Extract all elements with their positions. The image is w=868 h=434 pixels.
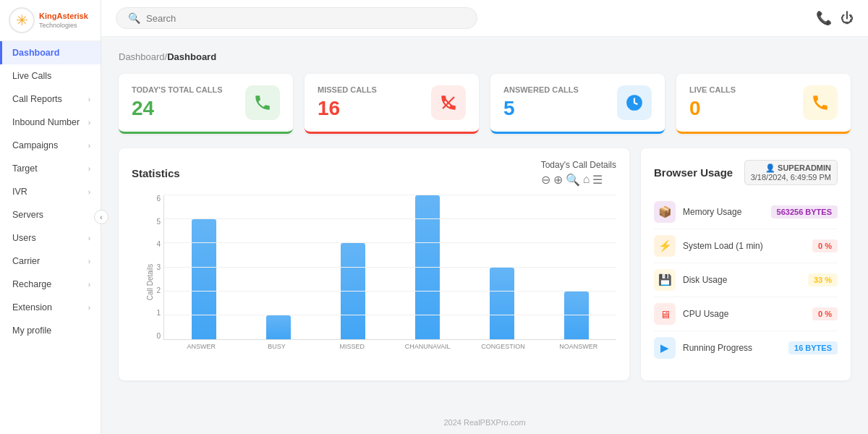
sidebar-item-servers[interactable]: Servers: [0, 203, 101, 226]
sidebar-item-ivr[interactable]: IVR›: [0, 180, 101, 203]
sidebar-arrow-icon: ›: [88, 234, 90, 242]
sidebar: ✳ KingAsterisk Technologies DashboardLiv…: [0, 0, 101, 434]
bar-group-chanunavail: [390, 195, 464, 339]
usage-icon-running: ▶: [654, 337, 676, 359]
superadmin-badge: 👤 SUPERADMIN 3/18/2024, 6:49:59 PM: [744, 160, 838, 185]
usage-left-cpu: 🖥 CPU Usage: [654, 303, 728, 325]
usage-label-system-load: System Load (1 min): [683, 241, 763, 251]
stat-card-answered-calls: ANSWERED CALLS 5: [490, 74, 665, 134]
inner-flex: 0123456ANSWERBUSYMISSEDCHANUNAVAILCONGES…: [152, 195, 616, 350]
usage-value-memory: 563256 BYTES: [771, 205, 838, 218]
sidebar-item-label: Carrier: [12, 256, 40, 266]
search-icon: 🔍: [128, 12, 140, 24]
phone-icon[interactable]: 📞: [816, 10, 832, 26]
sidebar-arrow-icon: ›: [88, 258, 90, 265]
usage-left-system-load: ⚡ System Load (1 min): [654, 235, 763, 257]
x-label-missed: MISSED: [315, 343, 390, 350]
statistics-header: Statistics Today's Call Details ⊖ ⊕ 🔍 ⌂ …: [132, 160, 616, 187]
stat-card-live-calls: LIVE CALLS 0: [676, 74, 851, 134]
y-tick: 4: [152, 241, 161, 248]
sidebar-nav: DashboardLive CallsCall Reports›Inbound …: [0, 41, 101, 342]
stat-label-live-calls: LIVE CALLS: [689, 85, 736, 94]
sidebar-item-label: IVR: [12, 187, 27, 197]
usage-value-system-load: 0 %: [812, 239, 838, 252]
search-input[interactable]: [146, 13, 465, 24]
usage-icon-system-load: ⚡: [654, 235, 676, 257]
bar-busy: [266, 315, 291, 339]
y-tick: 6: [152, 195, 161, 203]
y-tick: 1: [152, 310, 161, 317]
y-axis-label: Call Details: [146, 264, 154, 301]
sidebar-item-label: Extension: [12, 302, 52, 312]
usage-value-disk: 33 %: [808, 273, 838, 286]
chart-icon-zoom-in[interactable]: ⊕: [553, 173, 563, 187]
sidebar-item-live-calls[interactable]: Live Calls: [0, 64, 101, 88]
sidebar-item-label: Call Reports: [12, 94, 62, 104]
sidebar-item-inbound-number[interactable]: Inbound Number›: [0, 111, 101, 134]
x-label-chanunavail: CHANUNAVAIL: [390, 343, 465, 350]
bar-chanunavail: [415, 195, 440, 339]
chart-icon-menu[interactable]: ☰: [592, 173, 603, 187]
bars-row: [163, 195, 616, 340]
sidebar-arrow-icon: ›: [88, 281, 90, 289]
browser-header: Browser Usage 👤 SUPERADMIN 3/18/2024, 6:…: [654, 160, 838, 185]
stat-value-live-calls: 0: [689, 97, 736, 120]
search-bar[interactable]: 🔍: [116, 7, 477, 29]
stat-info-live-calls: LIVE CALLS 0: [689, 85, 736, 120]
sidebar-item-label: Campaigns: [12, 140, 58, 150]
sidebar-item-carrier[interactable]: Carrier›: [0, 250, 101, 273]
header-actions: 📞 ⏻: [816, 10, 854, 26]
bottom-panels: Statistics Today's Call Details ⊖ ⊕ 🔍 ⌂ …: [119, 148, 851, 380]
sidebar-item-users[interactable]: Users›: [0, 226, 101, 250]
sidebar-item-label: Live Calls: [12, 71, 51, 81]
x-label-answer: ANSWER: [163, 343, 239, 350]
main-content: 🔍 📞 ⏻ Dashboard/Dashboard TODAY'S TOTAL …: [101, 0, 868, 434]
usage-label-running: Running Progress: [683, 343, 752, 353]
usage-value-cpu: 0 %: [812, 307, 838, 320]
usage-row-cpu: 🖥 CPU Usage 0 %: [654, 297, 838, 331]
sidebar-arrow-icon: ›: [88, 142, 90, 150]
logo-icon: ✳: [9, 7, 35, 33]
breadcrumb: Dashboard/Dashboard: [119, 51, 851, 62]
stat-icon-total-calls: [245, 85, 280, 120]
sidebar-item-call-reports[interactable]: Call Reports›: [0, 88, 101, 111]
stat-info-total-calls: TODAY'S TOTAL CALLS 24: [132, 85, 222, 120]
sidebar-item-label: My profile: [12, 326, 51, 336]
chart-icon-home[interactable]: ⌂: [583, 173, 590, 187]
x-label-noanswer: NOANSWER: [541, 343, 616, 350]
sidebar-item-label: Users: [12, 233, 36, 243]
sidebar-item-extension[interactable]: Extension›: [0, 296, 101, 319]
chart-container: Call Details0123456ANSWERBUSYMISSEDCHANU…: [132, 195, 616, 369]
usage-row-running: ▶ Running Progress 16 BYTES: [654, 331, 838, 365]
sidebar-item-my-profile[interactable]: My profile: [0, 319, 101, 342]
stat-icon-missed-calls: [431, 85, 466, 120]
breadcrumb-current: Dashboard: [167, 51, 216, 62]
stat-icon-answered-calls: [617, 85, 652, 120]
sidebar-arrow-icon: ›: [88, 95, 90, 103]
footer: 2024 RealPBXPro.com: [101, 411, 868, 434]
stat-card-total-calls: TODAY'S TOTAL CALLS 24: [119, 74, 293, 134]
chart-icon-zoom-out[interactable]: ⊖: [541, 173, 550, 187]
usage-label-disk: Disk Usage: [683, 275, 727, 285]
bar-answer: [192, 219, 216, 339]
bar-group-answer: [167, 195, 242, 339]
sidebar-item-target[interactable]: Target›: [0, 157, 101, 180]
stat-value-answered-calls: 5: [503, 97, 579, 120]
bars-area: ANSWERBUSYMISSEDCHANUNAVAILCONGESTIONNOA…: [163, 195, 616, 350]
sidebar-item-recharge[interactable]: Recharge›: [0, 273, 101, 296]
sidebar-arrow-icon: ›: [88, 119, 90, 127]
bar-noanswer: [564, 292, 589, 339]
usage-label-memory: Memory Usage: [683, 207, 741, 217]
chart-icon-search[interactable]: 🔍: [566, 173, 580, 187]
power-icon[interactable]: ⏻: [841, 11, 854, 26]
sidebar-collapse-button[interactable]: ‹: [94, 210, 109, 224]
admin-datetime: 3/18/2024, 6:49:59 PM: [751, 173, 831, 182]
bar-group-missed: [316, 195, 391, 339]
superadmin-icon: 👤: [765, 163, 778, 172]
admin-name: SUPERADMIN: [778, 163, 831, 172]
sidebar-item-campaigns[interactable]: Campaigns›: [0, 134, 101, 157]
bar-missed: [341, 243, 365, 339]
stat-value-total-calls: 24: [132, 97, 222, 120]
sidebar-item-dashboard[interactable]: Dashboard: [0, 41, 101, 64]
stat-value-missed-calls: 16: [318, 97, 377, 120]
